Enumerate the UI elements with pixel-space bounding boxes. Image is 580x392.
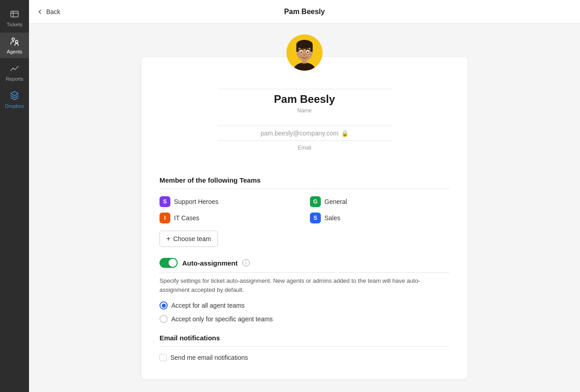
choose-team-label: Choose team	[173, 235, 211, 242]
toggle-knob	[169, 259, 177, 267]
auto-assignment-row: Auto-assignment i	[160, 258, 450, 268]
tickets-icon	[10, 9, 19, 20]
team-badge-general: G	[310, 196, 321, 207]
back-arrow-icon	[36, 8, 44, 15]
teams-title: Member of the following Teams	[160, 176, 450, 189]
svg-point-1	[12, 38, 15, 41]
sidebar-label-tickets: Tickets	[7, 22, 22, 27]
avatar	[286, 34, 323, 71]
send-email-label: Send me email notifications	[170, 354, 248, 361]
dropbox-icon	[10, 91, 19, 102]
svg-point-2	[15, 40, 18, 43]
name-label: Name	[160, 107, 450, 114]
email-label: Email	[160, 145, 450, 151]
svg-rect-8	[296, 44, 299, 52]
radio-label-all-teams: Accept for all agent teams	[171, 302, 245, 309]
auto-assignment-toggle[interactable]	[160, 258, 178, 268]
send-email-checkbox[interactable]	[160, 354, 167, 361]
reports-icon	[10, 63, 19, 75]
email-bottom-divider	[218, 140, 392, 141]
team-item-general: G General	[310, 196, 450, 207]
top-header: Back Pam Beesly	[29, 0, 580, 24]
teams-section: Member of the following Teams S Support …	[160, 176, 450, 247]
email-notifications-section: Email notifications Send me email notifi…	[160, 334, 450, 361]
svg-point-13	[307, 51, 309, 53]
radio-circle-specific-teams	[160, 315, 168, 323]
avatar-wrapper	[286, 34, 323, 71]
profile-name: Pam Beesly	[160, 93, 450, 106]
team-item-it-cases: I IT Cases	[160, 213, 299, 223]
email-value: pam.beesly@company.com	[261, 130, 338, 137]
email-divider	[218, 126, 392, 126]
sidebar-item-agents[interactable]: Agents	[0, 33, 29, 58]
radio-label-specific-teams: Accept only for specific agent teams	[171, 315, 273, 323]
team-item-support-heroes: S Support Heroes	[160, 196, 299, 207]
radio-group: Accept for all agent teams Accept only f…	[160, 301, 450, 323]
team-badge-it-cases: I	[160, 213, 170, 223]
header-title: Pam Beesly	[284, 8, 325, 16]
name-divider	[218, 89, 392, 89]
auto-assignment-divider	[160, 272, 450, 273]
main-content: Back Pam Beesly	[29, 0, 580, 392]
sidebar-label-agents: Agents	[7, 49, 22, 54]
plus-icon: +	[166, 235, 170, 243]
sidebar-label-reports: Reports	[6, 76, 24, 82]
team-label-it-cases: IT Cases	[174, 214, 199, 222]
team-label-general: General	[324, 198, 347, 205]
teams-grid: S Support Heroes G General I IT Cases	[160, 196, 450, 223]
team-label-support-heroes: Support Heroes	[174, 198, 218, 205]
svg-rect-0	[11, 11, 19, 17]
auto-assignment-label: Auto-assignment	[182, 259, 238, 267]
sidebar-item-tickets[interactable]: Tickets	[0, 5, 29, 31]
email-notifications-title: Email notifications	[160, 334, 450, 347]
team-badge-support-heroes: S	[160, 196, 170, 207]
team-badge-sales: S	[310, 213, 321, 223]
svg-point-12	[300, 51, 302, 53]
email-row: pam.beesly@company.com 🔒	[160, 130, 450, 137]
sidebar-item-dropbox[interactable]: Dropbox	[0, 87, 29, 112]
back-button[interactable]: Back	[36, 8, 60, 15]
info-icon[interactable]: i	[242, 259, 250, 266]
svg-point-7	[296, 40, 313, 49]
auto-assignment-section: Auto-assignment i Specify settings for t…	[160, 258, 450, 323]
profile-card: Pam Beesly Name pam.beesly@company.com 🔒…	[141, 57, 468, 379]
choose-team-button[interactable]: + Choose team	[160, 231, 218, 247]
team-item-sales: S Sales	[310, 213, 450, 223]
svg-point-14	[304, 54, 306, 56]
lock-icon: 🔒	[341, 130, 348, 137]
agents-icon	[10, 36, 19, 48]
team-label-sales: Sales	[324, 214, 340, 222]
auto-assignment-description: Specify settings for ticket auto-assignm…	[160, 276, 450, 294]
back-label: Back	[46, 8, 60, 15]
svg-rect-9	[310, 44, 313, 52]
send-email-checkbox-row[interactable]: Send me email notifications	[160, 354, 450, 361]
radio-all-teams[interactable]: Accept for all agent teams	[160, 301, 450, 310]
radio-specific-teams[interactable]: Accept only for specific agent teams	[160, 315, 450, 323]
radio-circle-all-teams	[160, 301, 168, 310]
sidebar: Tickets Agents Reports Dropbox	[0, 0, 29, 392]
radio-dot-all-teams	[162, 304, 166, 308]
sidebar-label-dropbox: Dropbox	[5, 103, 24, 109]
content-area: Pam Beesly Name pam.beesly@company.com 🔒…	[29, 24, 580, 392]
sidebar-item-reports[interactable]: Reports	[0, 60, 29, 85]
